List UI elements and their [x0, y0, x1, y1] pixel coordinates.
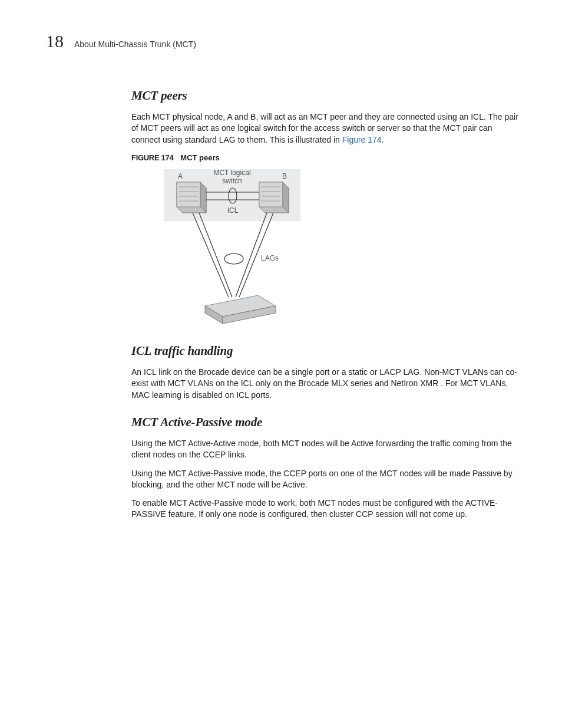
section-icl: ICL traffic handling An ICL link on the …	[131, 344, 520, 401]
paragraph: Using the MCT Active-Active mode, both M…	[131, 438, 520, 461]
section-active-passive: MCT Active-Passive mode Using the MCT Ac…	[131, 415, 520, 521]
figure-link[interactable]: Figure 174	[342, 135, 382, 144]
figure-title: MCT peers	[180, 153, 219, 162]
paragraph: Each MCT physical node, A and B, will ac…	[131, 111, 520, 146]
mct-peers-diagram: MCT logical switch A B	[164, 164, 317, 330]
diagram-label-b: B	[282, 172, 287, 180]
client-device-icon	[205, 295, 276, 324]
switch-b-icon	[259, 182, 289, 213]
paragraph: To enable MCT Active-Passive mode to wor…	[131, 498, 520, 521]
heading-mct-peers: MCT peers	[131, 88, 520, 103]
svg-line-18	[193, 213, 229, 297]
diagram-label-top: MCT logical	[213, 169, 250, 177]
figure-mct-peers: MCT logical switch A B	[164, 164, 520, 330]
svg-marker-9	[259, 182, 283, 207]
section-mct-peers: MCT peers Each MCT physical node, A and …	[131, 88, 520, 330]
page-header: 18 About Multi-Chassis Trunk (MCT)	[46, 32, 521, 50]
paragraph: An ICL link on the Brocade device can be…	[131, 367, 520, 401]
paragraph: Using the MCT Active-Passive mode, the C…	[131, 468, 520, 491]
diagram-label-icl: ICL	[227, 206, 239, 215]
text-run: .	[382, 135, 384, 144]
text-run: Each MCT physical node, A and B, will ac…	[131, 112, 518, 144]
diagram-label-lags: LAGs	[261, 254, 279, 262]
figure-label: FIGURE 174	[131, 153, 173, 162]
chapter-title: About Multi-Chassis Trunk (MCT)	[74, 39, 196, 49]
svg-marker-2	[177, 182, 200, 207]
svg-marker-3	[200, 182, 206, 213]
diagram-label-a: A	[178, 172, 183, 180]
heading-active-passive: MCT Active-Passive mode	[131, 415, 520, 430]
diagram-label-top2: switch	[222, 177, 242, 185]
page-content: MCT peers Each MCT physical node, A and …	[131, 88, 520, 521]
page-number: 18	[46, 32, 64, 50]
heading-icl: ICL traffic handling	[131, 344, 520, 358]
switch-a-icon	[177, 182, 206, 213]
svg-marker-10	[283, 182, 289, 213]
svg-point-22	[224, 253, 243, 264]
figure-caption: FIGURE 174 MCT peers	[131, 153, 520, 162]
